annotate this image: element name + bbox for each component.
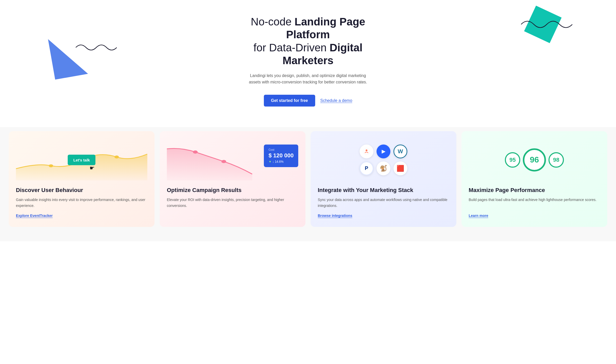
score-95: 95 <box>505 152 520 168</box>
learn-more-link[interactable]: Learn more <box>469 214 600 218</box>
svg-point-4 <box>222 160 226 163</box>
cards-section: Let's talk ☛ Discover User Behaviour Gai… <box>0 127 616 241</box>
lets-talk-button[interactable]: Let's talk <box>68 155 95 165</box>
cost-label: Cost <box>268 148 294 151</box>
performance-scores: 95 96 98 <box>469 148 600 171</box>
card-2-title: Optimize Campaign Results <box>167 187 298 194</box>
card-3-visual: ▶ W P 🐒 🟥 <box>318 139 449 180</box>
hubspot-icon <box>360 145 373 158</box>
svg-point-2 <box>114 156 119 158</box>
get-started-button[interactable]: Get started for free <box>264 95 315 107</box>
paypal-icon: P <box>360 161 373 175</box>
schedule-demo-button[interactable]: Schedule a demo <box>320 98 352 103</box>
card-campaign-results: Cost $ 120 000 ▼ ↓ 14.6% Optimize Campai… <box>160 131 305 227</box>
card-3-description: Sync your data across apps and automate … <box>318 197 449 208</box>
browse-integrations-link[interactable]: Browse integrations <box>318 214 449 218</box>
score-98: 98 <box>548 152 564 168</box>
deco-wave-right <box>521 15 572 31</box>
svg-point-6 <box>366 149 368 151</box>
cursor-icon: ☛ <box>90 165 95 171</box>
card-4-visual: 95 96 98 <box>469 139 600 180</box>
svg-point-0 <box>49 164 53 167</box>
mailchimp-icon: 🐒 <box>377 161 390 175</box>
svg-point-5 <box>363 148 370 155</box>
card-3-title: Integrate with Your Marketing Stack <box>318 187 449 194</box>
card-1-visual: Let's talk ☛ <box>16 139 147 180</box>
card-page-performance: 95 96 98 Maximize Page Performance Build… <box>461 131 607 227</box>
plugin-icon: 🟥 <box>393 161 407 175</box>
deco-wave-left <box>76 40 117 53</box>
wordpress-icon: W <box>393 145 407 158</box>
card-2-description: Elevate your ROI with data-driven insigh… <box>167 197 298 213</box>
explore-eventtracker-link[interactable]: Explore EventTracker <box>16 214 147 218</box>
card-1-description: Gain valuable insights into every visit … <box>16 197 147 208</box>
hero-content: No-code Landing Page Platform for Data-D… <box>236 15 380 107</box>
card-4-description: Build pages that load ultra-fast and ach… <box>469 197 600 208</box>
score-96: 96 <box>523 148 546 171</box>
card-user-behaviour: Let's talk ☛ Discover User Behaviour Gai… <box>9 131 155 227</box>
cost-change: ▼ ↓ 14.6% <box>268 160 294 164</box>
card-1-title: Discover User Behaviour <box>16 187 147 194</box>
cost-info-box: Cost $ 120 000 ▼ ↓ 14.6% <box>264 145 298 167</box>
svg-point-3 <box>193 150 198 154</box>
hero-subtitle: Landingi lets you design, publish, and o… <box>244 72 372 85</box>
hero-section: No-code Landing Page Platform for Data-D… <box>0 0 616 127</box>
command-prompt-icon: ▶ <box>377 145 390 158</box>
card-marketing-stack: ▶ W P 🐒 🟥 Integrate with Your Marketing … <box>311 131 456 227</box>
hero-title: No-code Landing Page Platform for Data-D… <box>236 15 380 67</box>
cost-visual-container: Cost $ 120 000 ▼ ↓ 14.6% <box>167 139 298 180</box>
integrations-grid: ▶ W P 🐒 🟥 <box>357 142 410 178</box>
card-4-title: Maximize Page Performance <box>469 187 600 194</box>
hero-buttons: Get started for free Schedule a demo <box>236 95 380 107</box>
card-2-visual: Cost $ 120 000 ▼ ↓ 14.6% <box>167 139 298 180</box>
cost-amount: $ 120 000 <box>268 152 294 159</box>
